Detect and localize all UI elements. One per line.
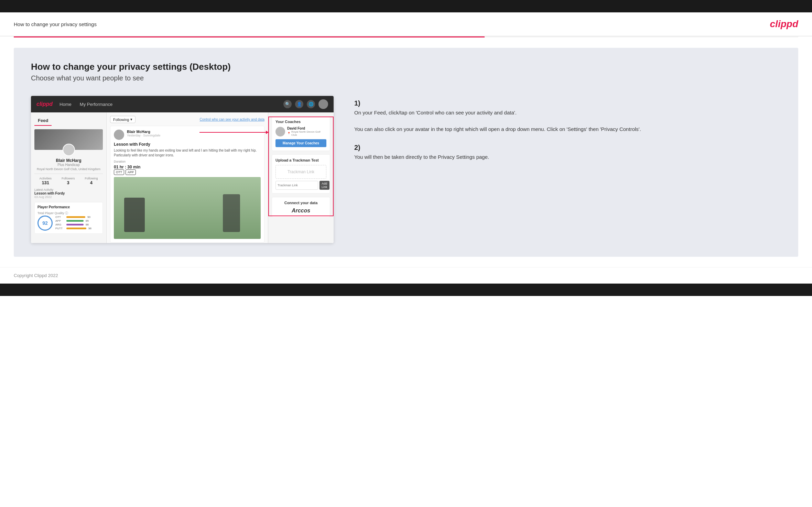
page-subheading: Choose what you want people to see	[31, 74, 781, 82]
user-avatar[interactable]	[318, 99, 328, 109]
quality-score: 92	[37, 216, 53, 231]
trackman-widget: Upload a Trackman Test Trackman Link Add…	[272, 154, 330, 194]
post-header: Blair McHarg Yesterday · Sunningdale	[114, 130, 261, 140]
nav-link-performance[interactable]: My Performance	[80, 102, 112, 107]
golfer-silhouette-1	[124, 198, 145, 232]
coaches-title: Your Coaches	[275, 120, 326, 124]
golfer-silhouette-2	[223, 194, 240, 232]
annotation-arrow	[199, 132, 268, 133]
profile-banner	[34, 129, 103, 150]
app-navbar: clippd Home My Performance 🔍 👤 🌐	[31, 96, 334, 112]
screenshot-mockup: clippd Home My Performance 🔍 👤 🌐	[31, 96, 334, 243]
instruction-number-1: 1)	[354, 99, 781, 107]
coaches-widget: Your Coaches David Ford 📍 Royal North De…	[272, 116, 330, 151]
duration-label: Duration	[114, 160, 261, 163]
trackman-input-row: Add Link	[275, 181, 326, 190]
instruction-text-1: On your Feed, click/tap on 'Control who …	[354, 109, 781, 133]
app-nav-left: clippd Home My Performance	[36, 101, 112, 107]
stat-following: Following 4	[85, 177, 98, 185]
app-nav-links: Home My Performance	[59, 102, 112, 107]
profile-name: Blair McHarg	[34, 158, 103, 163]
app-nav-icons: 🔍 👤 🌐	[283, 99, 328, 109]
trackman-placeholder: Trackman Link	[275, 165, 326, 179]
following-button[interactable]: Following ▾	[110, 116, 136, 123]
post-date: Yesterday · Sunningdale	[127, 134, 160, 137]
coach-name: David Ford	[287, 126, 326, 130]
bottom-black-bar	[0, 284, 812, 296]
profile-avatar	[63, 144, 75, 156]
feed-header: Following ▾ Control who can see your act…	[110, 116, 264, 123]
header: How to change your privacy settings clip…	[0, 12, 812, 36]
app-right-sidebar: Your Coaches David Ford 📍 Royal North De…	[268, 112, 334, 243]
globe-icon[interactable]: 🌐	[307, 100, 315, 108]
nav-link-home[interactable]: Home	[59, 102, 72, 107]
logo: clippd	[770, 19, 798, 30]
lesson-image	[114, 177, 261, 239]
tag-app: APP	[126, 169, 136, 175]
app-logo: clippd	[36, 101, 53, 107]
duration-value: 01 hr : 30 min	[114, 165, 261, 169]
top-black-bar	[0, 0, 812, 12]
footer: Copyright Clippd 2022	[0, 267, 812, 284]
coach-avatar	[275, 127, 285, 136]
player-performance: Player Performance Total Player Quality …	[34, 202, 103, 234]
feed-post: Blair McHarg Yesterday · Sunningdale Les…	[110, 126, 264, 243]
metric-arg: ARG 86	[55, 223, 100, 226]
people-icon[interactable]: 👤	[295, 100, 303, 108]
trackman-input[interactable]	[275, 181, 318, 190]
instruction-text-2: You will then be taken directly to the P…	[354, 153, 781, 161]
coach-club: 📍 Royal North Devon Golf Club	[287, 130, 326, 136]
main-content: How to change your privacy settings (Des…	[14, 48, 798, 257]
app-sidebar: Feed Blair McHarg Plus Handicap Royal No…	[31, 112, 107, 243]
header-title: How to change your privacy settings	[14, 21, 97, 27]
instruction-number-2: 2)	[354, 144, 781, 152]
tag-ott: OTT	[114, 169, 124, 175]
instruction-2: 2) You will then be taken directly to th…	[354, 144, 781, 161]
latest-activity: Latest Activity Lesson with Fordy 03 Aug…	[34, 188, 103, 199]
trackman-title: Upload a Trackman Test	[275, 158, 326, 162]
metric-putt: PUTT 96	[55, 227, 100, 230]
profile-club: Royal North Devon Golf Club, United King…	[34, 167, 103, 171]
stat-activities: Activities 131	[39, 177, 52, 185]
metric-app: APP 85	[55, 219, 100, 222]
search-icon[interactable]: 🔍	[283, 100, 292, 108]
instruction-1: 1) On your Feed, click/tap on 'Control w…	[354, 99, 781, 133]
connect-data-title: Connect your data	[275, 201, 326, 205]
page-heading: How to change your privacy settings (Des…	[31, 62, 781, 72]
connect-data-widget: Connect your data Arccos	[272, 197, 330, 218]
post-body: Looking to feel like my hands are exitin…	[114, 148, 261, 158]
post-avatar	[114, 130, 124, 140]
arccos-brand: Arccos	[275, 208, 326, 214]
tag-row: OTT APP	[114, 169, 261, 175]
add-link-button[interactable]: Add Link	[320, 181, 329, 190]
post-title: Lesson with Fordy	[114, 142, 261, 147]
red-separator	[14, 36, 798, 37]
metric-ott: OTT 90	[55, 216, 100, 219]
manage-coaches-button[interactable]: Manage Your Coaches	[275, 139, 326, 147]
metrics: OTT 90 APP 85 ARG	[55, 216, 100, 231]
profile-stats: Activities 131 Followers 3 Following 4	[34, 174, 103, 185]
coach-item: David Ford 📍 Royal North Devon Golf Club	[275, 126, 326, 136]
profile-title: Plus Handicap	[34, 163, 103, 167]
inner-layout: clippd Home My Performance 🔍 👤 🌐	[31, 96, 781, 243]
control-privacy-link[interactable]: Control who can see your activity and da…	[200, 118, 264, 121]
stat-followers: Followers 3	[62, 177, 75, 185]
feed-tab[interactable]: Feed	[34, 116, 52, 126]
instructions-panel: 1) On your Feed, click/tap on 'Control w…	[347, 96, 781, 172]
copyright: Copyright Clippd 2022	[14, 273, 58, 278]
app-body: Feed Blair McHarg Plus Handicap Royal No…	[31, 112, 334, 243]
post-name: Blair McHarg	[127, 130, 160, 134]
